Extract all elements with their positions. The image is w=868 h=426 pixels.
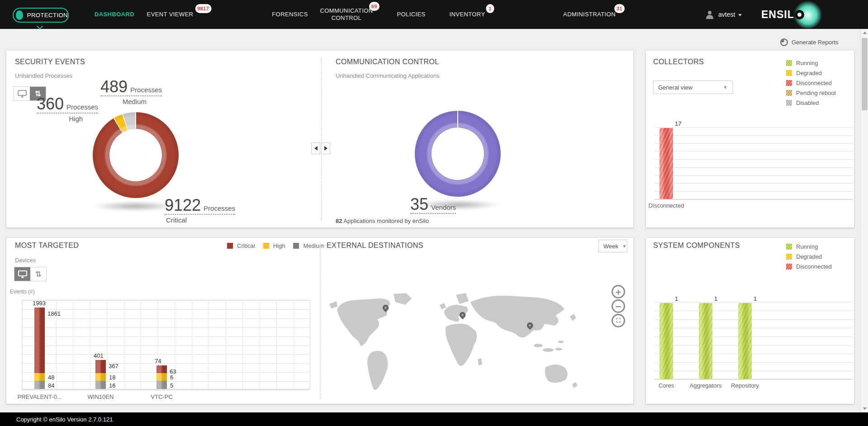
legend-swatch — [263, 243, 269, 249]
legend-swatch — [786, 80, 792, 86]
legend-item: Pending reboot — [786, 90, 836, 96]
carousel-prev-button[interactable] — [311, 142, 320, 154]
legend-swatch — [227, 243, 233, 249]
category-label: Cores — [659, 382, 674, 389]
category-label: Disconnected — [649, 202, 684, 209]
page-scrollbar[interactable] — [860, 29, 868, 412]
protection-chevron-icon[interactable] — [38, 24, 43, 29]
donut-shadow — [87, 200, 184, 212]
user-menu[interactable]: avtest — [705, 0, 742, 29]
legend-label: Running — [796, 60, 818, 66]
map-reset-button[interactable]: ⛶ — [612, 314, 625, 327]
logo-o-icon — [795, 10, 804, 19]
device-view-button[interactable] — [14, 267, 30, 281]
timeframe-dropdown[interactable]: Week▼ — [598, 240, 627, 252]
stat-vendors: 35Vendors — [410, 196, 456, 214]
scroll-thumb[interactable] — [862, 38, 868, 110]
brand-text: ENSIL — [761, 9, 794, 21]
bar-value: 1993 — [33, 300, 46, 307]
category-label: Aggregators — [690, 382, 722, 389]
process-view-button[interactable]: ⇅ — [30, 267, 46, 281]
legend-swatch — [786, 90, 792, 96]
protection-status-icon — [16, 10, 23, 20]
stacked-bar-segment[interactable] — [157, 365, 167, 373]
nav-item-administration[interactable]: ADMINISTRATION31 — [563, 0, 616, 29]
nav-badge: 9817 — [195, 4, 211, 13]
panel-divider — [320, 243, 321, 399]
bar-value: 17 — [675, 120, 681, 127]
scroll-up-icon[interactable] — [861, 29, 868, 37]
most-targeted-title: MOST TARGETED — [15, 241, 79, 250]
legend-label: Degraded — [796, 253, 822, 260]
legend-label: Running — [796, 243, 818, 250]
bar-value: 6 — [170, 374, 173, 381]
map-zoom-in-button[interactable]: + — [612, 285, 625, 298]
generate-reports-button[interactable]: Generate Reports — [780, 38, 838, 47]
category-label: WIN10EN — [88, 393, 114, 400]
communication-control-donut[interactable] — [415, 111, 501, 197]
security-events-subtitle: Unhandled Processes — [15, 72, 72, 79]
stacked-bar-segment[interactable] — [157, 373, 167, 381]
user-icon — [705, 9, 715, 19]
events-axis-label: Events (#) — [10, 289, 35, 295]
security-events-donut[interactable] — [93, 112, 179, 198]
stacked-bar-segment[interactable] — [95, 373, 106, 381]
nav-item-event-viewer[interactable]: EVENT VIEWER9817 — [147, 0, 194, 29]
stacked-bar-segment[interactable] — [34, 308, 45, 373]
card-security-communication: SECURITY EVENTS Unhandled Processes ⇅ 48… — [6, 51, 633, 227]
stacked-bar-segment[interactable] — [34, 381, 45, 389]
legend-swatch — [786, 244, 792, 250]
legend-swatch — [786, 70, 792, 76]
communication-control-title: COMMUNICATION CONTROL — [336, 58, 439, 66]
bar-repository[interactable] — [738, 303, 752, 379]
security-events-title: SECURITY EVENTS — [15, 58, 85, 66]
legend-label: High — [273, 242, 285, 249]
chevron-down-icon: ▼ — [622, 243, 627, 249]
nav-item-policies[interactable]: POLICIES — [397, 0, 425, 29]
bar-value: 48 — [48, 374, 54, 381]
scroll-down-icon[interactable] — [861, 405, 868, 412]
collectors-view-dropdown[interactable]: General view▼ — [653, 80, 733, 94]
nav-item-inventory[interactable]: INVENTORY1 — [450, 0, 485, 29]
stat-medium: 489Processes Medium — [100, 79, 162, 105]
protection-toggle[interactable]: PROTECTION — [13, 8, 69, 23]
protection-label: PROTECTION — [27, 12, 68, 19]
brand-logo: ENSIL — [761, 0, 804, 29]
report-icon — [780, 38, 788, 47]
targeted-view-toggle: ⇅ — [14, 267, 47, 281]
most-targeted-chart: 199318614884PREVALENT-0...4013671816WIN1… — [22, 300, 310, 390]
stacked-bar-segment[interactable] — [157, 381, 167, 389]
map-zoom-out-button[interactable]: − — [612, 299, 625, 313]
legend-swatch — [293, 243, 299, 249]
panel-collectors: COLLECTORS General view▼ RunningDegraded… — [646, 51, 854, 227]
world-map[interactable] — [326, 291, 588, 401]
panel-system-components: SYSTEM COMPONENTS RunningDegradedDisconn… — [646, 238, 854, 404]
nav-badge: 69 — [369, 2, 379, 11]
stacked-bar-segment[interactable] — [95, 360, 106, 373]
legend-label: Disconnected — [796, 263, 832, 270]
bar-value: 1 — [675, 295, 678, 302]
device-view-button[interactable] — [14, 87, 30, 100]
bar-disconnected[interactable] — [659, 128, 673, 199]
bar-value: 1861 — [47, 310, 61, 317]
collectors-chart: 17Disconnected — [655, 127, 853, 199]
legend-label: Pending reboot — [796, 90, 836, 96]
legend-swatch — [786, 60, 792, 66]
nav-item-forensics[interactable]: FORENSICS — [272, 0, 308, 29]
bar-aggregators[interactable] — [699, 303, 712, 379]
nav-item-dashboard[interactable]: DASHBOARD — [95, 0, 134, 29]
chevron-down-icon: ▼ — [723, 85, 728, 90]
stacked-bar-segment[interactable] — [95, 381, 106, 389]
stacked-bar-segment[interactable] — [34, 373, 45, 381]
bar-value: 5 — [170, 382, 173, 389]
carousel-next-button[interactable] — [321, 142, 330, 154]
bar-value: 401 — [94, 352, 104, 359]
top-nav-bar: PROTECTION DASHBOARDEVENT VIEWER9817FORE… — [0, 0, 868, 29]
bar-cores[interactable] — [659, 303, 673, 379]
monitored-note: 82 Applications monitored by enSilo — [336, 218, 429, 224]
most-targeted-subtitle: Devices — [15, 257, 36, 264]
card-targeted-destinations: MOST TARGETED CriticalHighMedium Devices… — [6, 238, 633, 404]
panel-divider — [321, 58, 322, 221]
nav-item-communication-control[interactable]: COMMUNICATION CONTROL69 — [320, 0, 373, 29]
user-caret-icon — [738, 14, 742, 16]
